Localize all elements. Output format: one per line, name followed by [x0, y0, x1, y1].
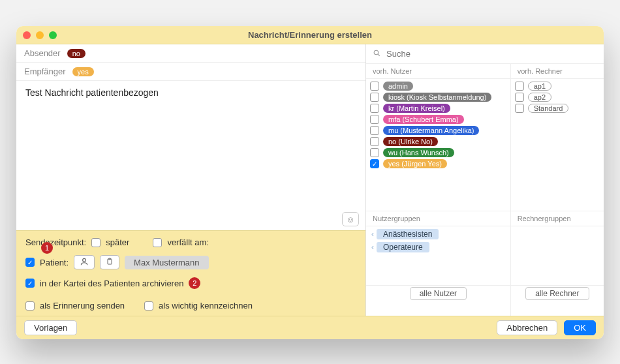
svg-point-3: [374, 50, 379, 55]
marker-1: 1: [41, 242, 53, 254]
window-title: Nachricht/Erinnerung erstellen: [248, 30, 372, 40]
search-row: [366, 44, 604, 64]
archive-label: in der Kartei des Patienten archivieren: [40, 279, 183, 288]
later-label: später: [106, 237, 129, 247]
user-row[interactable]: admin: [370, 82, 506, 91]
sendtime-label: Sendezeitpunkt:: [25, 237, 86, 247]
message-text: Test Nachricht patientenbezogen: [25, 87, 356, 98]
users-header: vorh. Nutzer: [366, 64, 510, 79]
user-pill: kr (Martin Kreisel): [383, 104, 450, 113]
ok-button[interactable]: OK: [564, 320, 596, 335]
user-row[interactable]: kiosk (Kiosk Selbstanmeldung): [370, 93, 506, 102]
clipboard-icon: [106, 257, 114, 268]
user-row[interactable]: ✓yes (Jürgen Yes): [370, 159, 506, 168]
user-row[interactable]: mu (Mustermann Angelika): [370, 126, 506, 135]
svg-line-4: [378, 53, 380, 55]
patient-name: Max Mustermann: [125, 256, 208, 269]
svg-point-0: [83, 258, 86, 262]
user-groups-list: ‹Anästhesisten‹Operateure: [366, 226, 510, 285]
marker-2: 2: [189, 277, 200, 289]
footer: Vorlagen Abbrechen OK: [16, 316, 604, 339]
expires-label: verfällt am:: [167, 237, 209, 247]
important-checkbox[interactable]: [144, 301, 153, 311]
recipient-row: Empfänger yes: [16, 63, 365, 81]
machine-groups-header: Rechnergruppen: [511, 211, 604, 226]
user-group-item[interactable]: ‹Operateure: [371, 242, 505, 252]
recipient-pill: yes: [72, 67, 94, 76]
machine-pill: ap1: [528, 82, 551, 91]
user-pill: yes (Jürgen Yes): [383, 159, 447, 168]
search-icon: [373, 49, 381, 59]
machine-checkbox[interactable]: [515, 82, 524, 91]
search-input[interactable]: [385, 48, 597, 59]
group-pill: Operateure: [377, 242, 429, 252]
titlebar: Nachricht/Erinnerung erstellen: [16, 26, 604, 44]
user-pill: kiosk (Kiosk Selbstanmeldung): [383, 93, 491, 102]
sender-label: Absender: [24, 48, 61, 58]
user-checkbox[interactable]: [370, 93, 379, 102]
machine-row[interactable]: ap1: [515, 82, 600, 91]
options-panel: Sendezeitpunkt: später verfällt am: 1 ✓ …: [16, 230, 365, 316]
user-groups-header: Nutzergruppen: [366, 211, 510, 226]
machine-checkbox[interactable]: [515, 93, 524, 102]
user-row[interactable]: no (Ulrike No): [370, 137, 506, 146]
important-label: als wichtig kennzeichnen: [159, 301, 253, 311]
machine-groups-list: [511, 226, 604, 285]
all-machines-button[interactable]: alle Rechner: [525, 287, 589, 300]
machine-checkbox[interactable]: [515, 104, 524, 113]
user-group-item[interactable]: ‹Anästhesisten: [371, 229, 505, 239]
machines-header: vorh. Rechner: [511, 64, 604, 79]
chevron-left-icon: ‹: [371, 230, 374, 239]
patient-clipboard-button[interactable]: [100, 255, 119, 269]
later-checkbox[interactable]: [91, 238, 101, 247]
all-users-button[interactable]: alle Nutzer: [410, 287, 467, 300]
patient-label: Patient:: [40, 258, 69, 267]
sender-row: Absender no: [16, 44, 365, 63]
user-row[interactable]: mfa (Schubert Emma): [370, 115, 506, 124]
machine-row[interactable]: ap2: [515, 93, 600, 102]
emoji-icon: ☺: [346, 215, 354, 224]
expires-checkbox[interactable]: [153, 238, 162, 247]
user-row[interactable]: wu (Hans Wunsch): [370, 148, 506, 157]
zoom-window-button[interactable]: [49, 31, 57, 39]
patient-person-button[interactable]: [74, 255, 95, 269]
archive-checkbox[interactable]: ✓: [25, 279, 35, 288]
minimize-window-button[interactable]: [36, 31, 44, 39]
group-pill: Anästhesisten: [377, 229, 439, 239]
user-checkbox[interactable]: ✓: [370, 159, 379, 168]
reminder-label: als Erinnerung senden: [40, 301, 125, 311]
patient-checkbox[interactable]: ✓: [25, 258, 35, 267]
user-pill: no (Ulrike No): [383, 137, 438, 146]
user-checkbox[interactable]: [370, 126, 379, 135]
machines-list: ap1ap2Standard: [511, 79, 604, 211]
users-list: adminkiosk (Kiosk Selbstanmeldung)kr (Ma…: [366, 79, 510, 211]
user-row[interactable]: kr (Martin Kreisel): [370, 104, 506, 113]
user-checkbox[interactable]: [370, 115, 379, 124]
user-pill: mfa (Schubert Emma): [383, 115, 464, 124]
user-pill: wu (Hans Wunsch): [383, 148, 454, 157]
user-pill: admin: [383, 82, 413, 91]
user-checkbox[interactable]: [370, 104, 379, 113]
machine-row[interactable]: Standard: [515, 104, 600, 113]
reminder-checkbox[interactable]: [25, 301, 35, 311]
templates-button[interactable]: Vorlagen: [24, 320, 77, 335]
recipient-label: Empfänger: [24, 67, 66, 76]
user-pill: mu (Mustermann Angelika): [383, 126, 479, 135]
message-area[interactable]: Test Nachricht patientenbezogen ☺: [16, 81, 365, 230]
user-checkbox[interactable]: [370, 137, 379, 146]
chevron-left-icon: ‹: [371, 243, 374, 252]
emoji-button[interactable]: ☺: [342, 212, 359, 226]
close-window-button[interactable]: [23, 31, 31, 39]
machine-pill: Standard: [528, 104, 569, 113]
person-icon: [80, 257, 89, 268]
cancel-button[interactable]: Abbrechen: [497, 320, 557, 335]
machine-pill: ap2: [528, 93, 551, 102]
sender-pill: no: [67, 49, 85, 58]
user-checkbox[interactable]: [370, 148, 379, 157]
user-checkbox[interactable]: [370, 82, 379, 91]
